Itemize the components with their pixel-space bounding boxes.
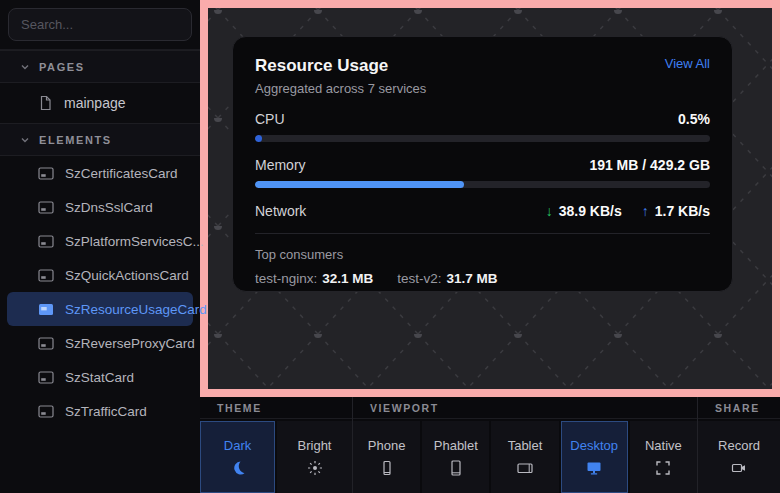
viewport-phone-button[interactable]: Phone bbox=[353, 421, 420, 493]
card-subtitle: Aggregated across 7 services bbox=[255, 81, 710, 96]
sidebar-item-label: SzDnsSslCard bbox=[65, 200, 153, 215]
divider bbox=[255, 233, 710, 234]
consumer-item: test-v2:31.7 MB bbox=[397, 271, 497, 286]
share-group-label: SHARE bbox=[698, 397, 780, 419]
sidebar-item-label: SzStatCard bbox=[65, 370, 134, 385]
sidebar-item-resource-usage-card[interactable]: SzResourceUsageCard bbox=[7, 292, 193, 326]
theme-bright-button[interactable]: Bright bbox=[277, 421, 352, 493]
sidebar-item-certificates-card[interactable]: SzCertificatesCard bbox=[0, 156, 200, 190]
memory-progress-bar bbox=[255, 181, 710, 188]
consumer-name: test-nginx: bbox=[255, 271, 317, 286]
theme-dark-button[interactable]: Dark bbox=[200, 421, 275, 493]
sidebar-item-traffic-card[interactable]: SzTrafficCard bbox=[0, 394, 200, 428]
sidebar-item-label: SzTrafficCard bbox=[65, 404, 147, 419]
sidebar-item-label: SzQuickActionsCard bbox=[65, 268, 189, 283]
viewport-phablet-button[interactable]: Phablet bbox=[422, 421, 489, 493]
upload-arrow-icon: ↑ bbox=[642, 203, 649, 219]
card-title: Resource Usage bbox=[255, 56, 388, 76]
card-component-icon bbox=[38, 371, 54, 384]
sidebar-item-label: SzResourceUsageCard bbox=[65, 302, 207, 317]
cpu-progress-fill bbox=[255, 135, 262, 142]
memory-label: Memory bbox=[255, 157, 306, 173]
theme-dark-label: Dark bbox=[224, 438, 251, 453]
elements-header-label: ELEMENTS bbox=[39, 134, 112, 146]
network-up-value: 1.7 KB/s bbox=[655, 203, 710, 219]
video-camera-icon bbox=[731, 460, 747, 476]
card-component-icon bbox=[38, 303, 54, 316]
viewport-desktop-label: Desktop bbox=[570, 438, 618, 453]
viewport-desktop-button[interactable]: Desktop bbox=[561, 421, 628, 493]
share-record-button[interactable]: Record bbox=[698, 421, 780, 493]
cpu-value: 0.5% bbox=[678, 111, 710, 127]
cpu-progress-bar bbox=[255, 135, 710, 142]
card-component-icon bbox=[38, 269, 54, 282]
card-component-icon bbox=[38, 235, 54, 248]
sidebar-item-stat-card[interactable]: SzStatCard bbox=[0, 360, 200, 394]
sidebar-item-label: SzCertificatesCard bbox=[65, 166, 178, 181]
sidebar-item-reverse-proxy-card[interactable]: SzReverseProxyCard bbox=[0, 326, 200, 360]
viewport-tablet-label: Tablet bbox=[508, 438, 543, 453]
tablet-icon bbox=[517, 460, 533, 476]
memory-value: 191 MB / 429.2 GB bbox=[589, 157, 710, 173]
download-arrow-icon: ↓ bbox=[546, 203, 553, 219]
chevron-down-icon bbox=[20, 62, 30, 72]
file-icon bbox=[38, 95, 53, 111]
sidebar-item-label: SzReverseProxyCard bbox=[65, 336, 195, 351]
theme-bright-label: Bright bbox=[298, 438, 332, 453]
consumer-value: 32.1 MB bbox=[322, 271, 373, 286]
viewport-native-label: Native bbox=[645, 438, 682, 453]
viewport-native-button[interactable]: Native bbox=[630, 421, 697, 493]
phablet-icon bbox=[448, 460, 464, 476]
fullscreen-corners-icon bbox=[655, 460, 671, 476]
sidebar-item-platform-services-card[interactable]: SzPlatformServicesC... bbox=[0, 224, 200, 258]
network-down-value: 38.9 KB/s bbox=[559, 203, 622, 219]
card-component-icon bbox=[38, 337, 54, 350]
moon-icon bbox=[230, 460, 246, 476]
sidebar-item-mainpage[interactable]: mainpage bbox=[0, 83, 200, 123]
card-component-icon bbox=[38, 201, 54, 214]
consumer-value: 31.7 MB bbox=[447, 271, 498, 286]
theme-group: THEME Dark Bright bbox=[200, 397, 352, 493]
viewport-group-label: VIEWPORT bbox=[353, 397, 697, 419]
pages-header-label: PAGES bbox=[39, 61, 85, 73]
desktop-icon bbox=[586, 460, 602, 476]
share-group: SHARE Record bbox=[697, 397, 780, 493]
top-consumers-heading: Top consumers bbox=[255, 247, 710, 262]
view-all-link[interactable]: View All bbox=[665, 56, 710, 71]
viewport-phablet-label: Phablet bbox=[434, 438, 478, 453]
card-component-icon bbox=[38, 405, 54, 418]
sidebar-item-label: mainpage bbox=[64, 95, 126, 111]
search-container bbox=[0, 0, 200, 49]
chevron-down-icon bbox=[20, 135, 30, 145]
viewport-phone-label: Phone bbox=[368, 438, 406, 453]
theme-group-label: THEME bbox=[200, 397, 352, 419]
sidebar-section-pages[interactable]: PAGES bbox=[0, 50, 200, 83]
sidebar-item-label: SzPlatformServicesC... bbox=[65, 234, 204, 249]
preview-canvas: Resource Usage View All Aggregated acros… bbox=[200, 0, 780, 397]
share-record-label: Record bbox=[718, 438, 760, 453]
cpu-label: CPU bbox=[255, 111, 285, 127]
sidebar: PAGES mainpage ELEMENTS SzCertificatesCa… bbox=[0, 0, 200, 493]
card-component-icon bbox=[38, 167, 54, 180]
resource-usage-card: Resource Usage View All Aggregated acros… bbox=[232, 36, 733, 292]
viewport-tablet-button[interactable]: Tablet bbox=[491, 421, 558, 493]
search-input[interactable] bbox=[8, 8, 192, 41]
phone-icon bbox=[379, 460, 395, 476]
bottom-toolbar: THEME Dark Bright VIEWPORT Phone bbox=[200, 397, 780, 493]
memory-progress-fill bbox=[255, 181, 464, 188]
viewport-group: VIEWPORT Phone Phablet Tablet bbox=[352, 397, 697, 493]
network-label: Network bbox=[255, 203, 306, 219]
sidebar-section-elements[interactable]: ELEMENTS bbox=[0, 123, 200, 156]
consumer-item: test-nginx:32.1 MB bbox=[255, 271, 373, 286]
sidebar-item-quick-actions-card[interactable]: SzQuickActionsCard bbox=[0, 258, 200, 292]
sun-icon bbox=[307, 460, 323, 476]
consumer-name: test-v2: bbox=[397, 271, 441, 286]
sidebar-item-dns-ssl-card[interactable]: SzDnsSslCard bbox=[0, 190, 200, 224]
